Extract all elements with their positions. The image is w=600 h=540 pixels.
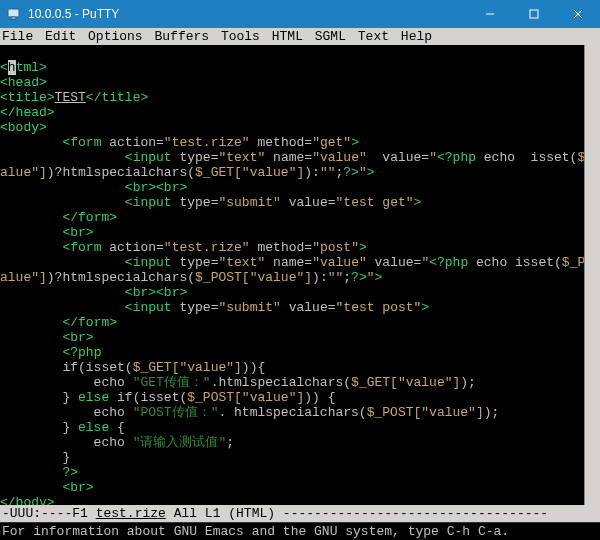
emacs-modeline: -UUU:----F1 test.rize All L1 (HTML) ----… (0, 505, 600, 522)
cursor: h (8, 60, 16, 75)
svg-rect-0 (8, 9, 19, 17)
scrollbar[interactable] (584, 45, 600, 505)
menu-edit[interactable]: Edit (45, 29, 76, 44)
emacs-menubar: File Edit Options Buffers Tools HTML SGM… (0, 28, 600, 45)
menu-options[interactable]: Options (88, 29, 143, 44)
window-title: 10.0.0.5 - PuTTY (28, 7, 468, 21)
menu-file[interactable]: File (2, 29, 33, 44)
svg-rect-1 (11, 17, 16, 19)
menu-help[interactable]: Help (401, 29, 432, 44)
code-buffer[interactable]: <html> <head> <title>TEST</title> </head… (0, 45, 600, 505)
emacs-echo-area: For information about GNU Emacs and the … (0, 522, 600, 540)
titlebar[interactable]: 10.0.0.5 - PuTTY (0, 0, 600, 28)
maximize-button[interactable] (512, 0, 556, 28)
minimize-button[interactable] (468, 0, 512, 28)
menu-html[interactable]: HTML (272, 29, 303, 44)
putty-window: 10.0.0.5 - PuTTY File Edit Options Buffe… (0, 0, 600, 540)
menu-text[interactable]: Text (358, 29, 389, 44)
editor-area[interactable]: <html> <head> <title>TEST</title> </head… (0, 45, 600, 505)
menu-sgml[interactable]: SGML (315, 29, 346, 44)
menu-buffers[interactable]: Buffers (154, 29, 209, 44)
window-buttons (468, 0, 600, 28)
svg-rect-2 (530, 10, 538, 18)
putty-app-icon (6, 6, 22, 22)
menu-tools[interactable]: Tools (221, 29, 260, 44)
buffer-filename: test.rize (96, 506, 166, 521)
close-button[interactable] (556, 0, 600, 28)
